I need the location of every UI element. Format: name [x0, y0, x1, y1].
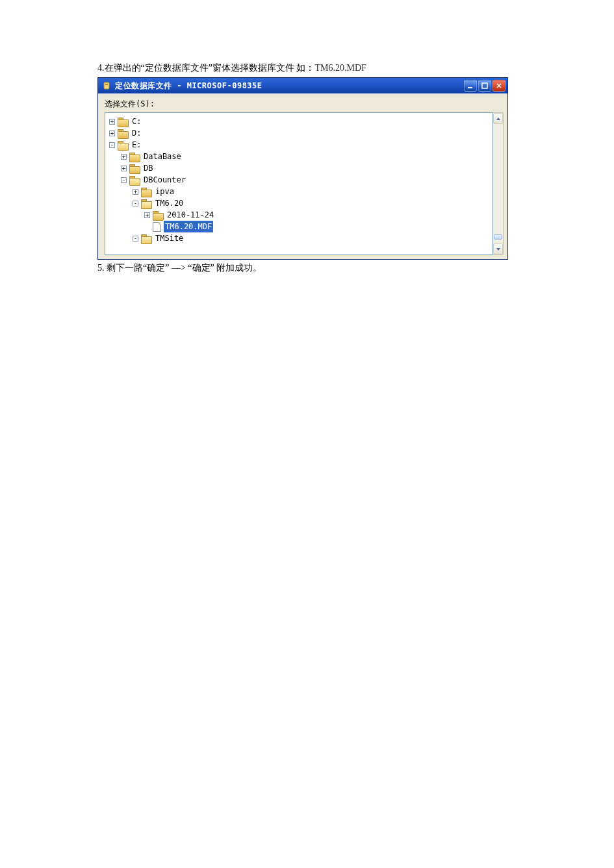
svg-rect-0: [104, 82, 109, 89]
tree-node-ipva[interactable]: + ipva: [133, 186, 490, 197]
minimize-button[interactable]: [464, 80, 477, 92]
collapse-icon[interactable]: -: [133, 236, 138, 242]
folder-open-icon: [141, 199, 151, 208]
svg-rect-3: [482, 83, 487, 88]
folder-icon: [141, 188, 151, 196]
collapse-icon[interactable]: -: [109, 142, 115, 148]
app-icon: [102, 81, 111, 90]
scroll-down-button[interactable]: [493, 243, 503, 254]
step-5-text: 5. 剩下一路“确定” —> “确定” 附加成功。: [97, 261, 524, 275]
step4-prefix: 4.: [97, 63, 105, 73]
folder-open-icon: [129, 176, 140, 184]
maximize-button[interactable]: [478, 80, 491, 92]
scroll-thumb[interactable]: [494, 234, 502, 240]
expand-icon[interactable]: +: [144, 212, 150, 218]
tree-node-mdf-file[interactable]: TM6.20.MDF: [144, 221, 490, 232]
titlebar[interactable]: 定位数据库文件 - MICROSOF-09835E: [98, 78, 507, 93]
tree-node-db[interactable]: + DB: [121, 162, 490, 174]
tree-label[interactable]: C:: [131, 116, 142, 127]
tree-node-tmsite[interactable]: - TMSite: [133, 232, 490, 244]
tree-node-c[interactable]: + C:: [109, 116, 490, 127]
file-tree[interactable]: + C: + D:: [105, 112, 492, 255]
expand-icon[interactable]: +: [109, 119, 115, 125]
tree-node-e[interactable]: - E: + DataBase: [109, 139, 490, 244]
expand-icon[interactable]: +: [133, 189, 138, 195]
folder-open-icon: [118, 141, 128, 149]
tree-label[interactable]: E:: [131, 139, 142, 151]
tree-label[interactable]: D:: [131, 127, 142, 139]
vertical-scrollbar[interactable]: [492, 112, 504, 255]
step5-body: 剩下一路“确定” —> “确定” 附加成功。: [105, 263, 262, 273]
tree-node-d[interactable]: + D:: [109, 127, 490, 139]
select-file-label: 选择文件(S):: [98, 94, 507, 112]
tree-node-tm620[interactable]: - TM6.20 +: [133, 197, 490, 232]
expand-placeholder: [144, 224, 150, 230]
client-area: 选择文件(S): + C:: [98, 93, 507, 255]
folder-icon: [129, 164, 140, 173]
step4-body: 在弹出的“定位数据库文件”窗体选择数据库文件 如：: [105, 63, 315, 73]
tree-label[interactable]: 2010-11-24: [166, 209, 215, 221]
tree-label[interactable]: TMSite: [154, 232, 185, 244]
tree-label-selected[interactable]: TM6.20.MDF: [164, 221, 213, 232]
step-4-text: 4.在弹出的“定位数据库文件”窗体选择数据库文件 如：TM6.20.MDF: [97, 61, 524, 75]
expand-icon[interactable]: +: [121, 166, 127, 171]
tree-label[interactable]: DataBase: [142, 151, 183, 162]
collapse-icon[interactable]: -: [121, 177, 127, 183]
tree-label[interactable]: TM6.20: [154, 197, 185, 209]
tree-label[interactable]: DBCounter: [142, 174, 187, 186]
folder-open-icon: [141, 234, 151, 243]
folder-icon: [118, 118, 128, 126]
close-button[interactable]: [492, 80, 505, 92]
svg-rect-2: [468, 87, 472, 88]
collapse-icon[interactable]: -: [133, 201, 138, 206]
scroll-up-button[interactable]: [493, 113, 503, 124]
tree-node-database[interactable]: + DataBase: [121, 151, 490, 162]
tree-label[interactable]: ipva: [154, 186, 175, 197]
step5-prefix: 5.: [97, 263, 105, 273]
svg-rect-1: [105, 84, 108, 85]
folder-icon: [118, 129, 128, 138]
expand-icon[interactable]: +: [109, 130, 115, 136]
locate-db-file-dialog: 定位数据库文件 - MICROSOF-09835E 选择文件(S):: [97, 77, 508, 260]
step4-example: TM6.20.MDF: [314, 63, 366, 73]
tree-node-date[interactable]: + 2010-11-24: [144, 209, 490, 221]
folder-icon: [129, 153, 140, 161]
scroll-track[interactable]: [493, 124, 503, 243]
tree-label[interactable]: DB: [142, 162, 154, 174]
window-buttons: [464, 80, 505, 92]
window-title: 定位数据库文件 - MICROSOF-09835E: [115, 80, 460, 92]
expand-icon[interactable]: +: [121, 154, 127, 160]
folder-icon: [153, 211, 163, 219]
tree-node-dbcounter[interactable]: - DBCounter +: [121, 174, 490, 244]
file-icon: [153, 222, 161, 232]
